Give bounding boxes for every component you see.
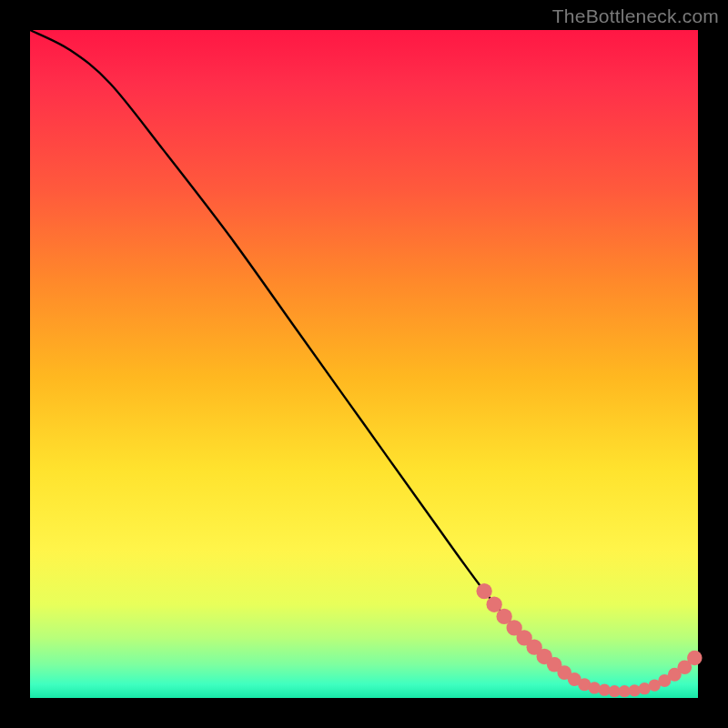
curve-marker [486, 597, 501, 612]
chart-plot-area [30, 30, 698, 698]
chart-svg [30, 30, 698, 698]
curve-marker [629, 684, 641, 696]
curve-markers [476, 583, 702, 697]
bottleneck-curve [30, 30, 698, 693]
watermark-text: TheBottleneck.com [552, 5, 719, 27]
curve-marker [476, 583, 491, 599]
curve-marker [589, 682, 601, 693]
curve-marker [687, 651, 702, 665]
chart-frame: TheBottleneck.com [0, 0, 728, 728]
